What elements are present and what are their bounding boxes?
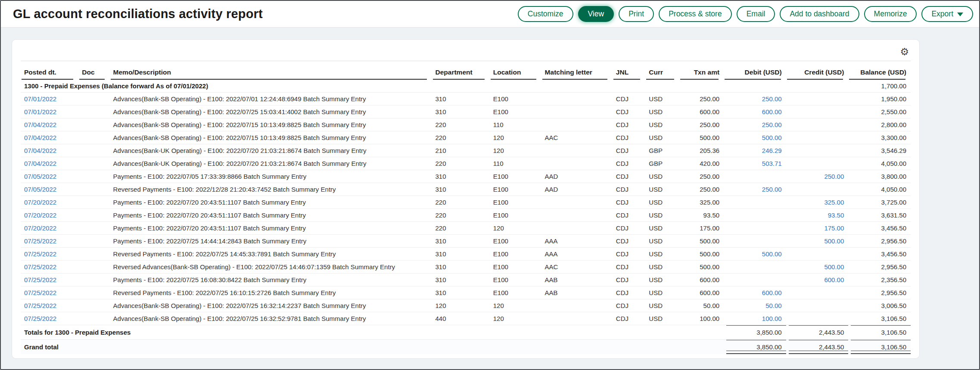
add-to-dashboard-button[interactable]: Add to dashboard <box>780 6 859 22</box>
report-table: Posted dt. Doc Memo/Description Departme… <box>21 63 911 354</box>
posted-date-link[interactable]: 07/04/2022 <box>21 118 78 131</box>
column-header-location: Location <box>490 63 541 80</box>
cell-balance: 3,456.50 <box>848 248 911 261</box>
cell-txn: 50.00 <box>679 299 724 312</box>
process-store-button[interactable]: Process & store <box>659 6 732 22</box>
toolbar: Customize View Print Process & store Ema… <box>518 6 973 22</box>
cell-location: 120 <box>490 144 541 157</box>
memorize-button[interactable]: Memorize <box>864 6 917 22</box>
cell-jnl: CDJ <box>613 209 645 222</box>
cell-curr: USD <box>645 248 679 261</box>
cell-memo: Advances(Bank-SB Operating) - E100: 2022… <box>110 299 432 312</box>
table-row: 07/25/2022Payments - E100: 2022/07/25 14… <box>21 235 911 248</box>
print-button[interactable]: Print <box>619 6 654 22</box>
posted-date-link[interactable]: 07/04/2022 <box>21 144 78 157</box>
cell-debit <box>724 209 786 222</box>
table-row: 07/04/2022Advances(Bank-SB Operating) - … <box>21 118 911 131</box>
table-header: Posted dt. Doc Memo/Description Departme… <box>21 63 911 80</box>
posted-date-link[interactable]: 07/01/2022 <box>21 106 78 118</box>
cell-doc <box>78 196 109 209</box>
debit-amount-link[interactable]: 600.00 <box>724 286 786 299</box>
cell-credit <box>786 157 849 170</box>
debit-amount-link[interactable]: 503.71 <box>724 157 786 170</box>
debit-amount-link[interactable]: 500.00 <box>724 131 786 144</box>
posted-date-link[interactable]: 07/25/2022 <box>21 261 78 274</box>
grand-total-credit: 2,443.50 <box>786 340 849 354</box>
posted-date-link[interactable]: 07/05/2022 <box>21 183 78 196</box>
cell-doc <box>78 312 109 325</box>
posted-date-link[interactable]: 07/20/2022 <box>21 222 78 235</box>
debit-amount-link[interactable]: 600.00 <box>724 106 786 118</box>
grand-total-row: Grand total 3,850.00 2,443.50 3,106.50 <box>21 340 911 354</box>
cell-memo: Advances(Bank-SB Operating) - E100: 2022… <box>110 131 432 144</box>
credit-amount-link[interactable]: 600.00 <box>786 274 849 286</box>
email-button[interactable]: Email <box>737 6 775 22</box>
cell-credit <box>786 286 849 299</box>
cell-credit <box>786 118 849 131</box>
posted-date-link[interactable]: 07/25/2022 <box>21 312 78 325</box>
cell-department: 310 <box>432 261 490 274</box>
cell-jnl: CDJ <box>613 183 645 196</box>
debit-amount-link[interactable]: 250.00 <box>724 118 786 131</box>
table-row: 07/25/2022Advances(Bank-SB Operating) - … <box>21 312 911 325</box>
credit-amount-link[interactable]: 93.50 <box>786 209 849 222</box>
posted-date-link[interactable]: 07/25/2022 <box>21 235 78 248</box>
credit-amount-link[interactable]: 250.00 <box>786 170 849 183</box>
credit-amount-link[interactable]: 500.00 <box>786 261 849 274</box>
debit-amount-link[interactable]: 250.00 <box>724 183 786 196</box>
caret-down-icon <box>957 12 963 16</box>
customize-button[interactable]: Customize <box>518 6 573 22</box>
posted-date-link[interactable]: 07/01/2022 <box>21 93 78 106</box>
column-header-posted-dt: Posted dt. <box>21 63 78 80</box>
posted-date-link[interactable]: 07/04/2022 <box>21 157 78 170</box>
cell-department: 310 <box>432 183 490 196</box>
posted-date-link[interactable]: 07/25/2022 <box>21 248 78 261</box>
credit-amount-link[interactable]: 500.00 <box>786 235 849 248</box>
table-row: 07/25/2022Advances(Bank-SB Operating) - … <box>21 299 911 312</box>
table-row: 07/25/2022Payments - E100: 2022/07/25 16… <box>21 274 911 286</box>
cell-memo: Advances(Bank-SB Operating) - E100: 2022… <box>110 106 432 118</box>
cell-memo: Advances(Bank-SB Operating) - E100: 2022… <box>110 93 432 106</box>
cell-matching: AAC <box>541 131 613 144</box>
posted-date-link[interactable]: 07/20/2022 <box>21 209 78 222</box>
page-title: GL account reconciliations activity repo… <box>13 7 263 21</box>
table-row: 07/01/2022Advances(Bank-SB Operating) - … <box>21 93 911 106</box>
cell-curr: USD <box>645 274 679 286</box>
export-button[interactable]: Export <box>921 6 973 22</box>
table-body: 1300 - Prepaid Expenses (Balance forward… <box>21 80 911 354</box>
settings-gear-icon[interactable]: ⚙ <box>900 47 909 57</box>
table-row: 07/04/2022Advances(Bank-SB Operating) - … <box>21 131 911 144</box>
cell-department: 310 <box>432 235 490 248</box>
cell-memo: Payments - E100: 2022/07/20 20:43:51:110… <box>110 209 432 222</box>
cell-curr: USD <box>645 312 679 325</box>
credit-amount-link[interactable]: 175.00 <box>786 222 849 235</box>
cell-curr: USD <box>645 235 679 248</box>
export-button-label: Export <box>931 9 953 19</box>
table-row: 07/05/2022Payments - E100: 2022/07/05 17… <box>21 170 911 183</box>
debit-amount-link[interactable]: 50.00 <box>724 299 786 312</box>
cell-memo: Payments - E100: 2022/07/05 17:33:39:886… <box>110 170 432 183</box>
posted-date-link[interactable]: 07/25/2022 <box>21 299 78 312</box>
cell-txn: 420.00 <box>679 157 724 170</box>
cell-matching <box>541 299 613 312</box>
posted-date-link[interactable]: 07/20/2022 <box>21 196 78 209</box>
credit-amount-link[interactable]: 325.00 <box>786 196 849 209</box>
cell-doc <box>78 106 109 118</box>
cell-curr: USD <box>645 183 679 196</box>
posted-date-link[interactable]: 07/04/2022 <box>21 131 78 144</box>
debit-amount-link[interactable]: 250.00 <box>724 93 786 106</box>
column-header-credit: Credit (USD) <box>786 63 849 80</box>
cell-matching <box>541 222 613 235</box>
cell-department: 310 <box>432 248 490 261</box>
cell-txn: 600.00 <box>679 106 724 118</box>
posted-date-link[interactable]: 07/25/2022 <box>21 286 78 299</box>
debit-amount-link[interactable]: 500.00 <box>724 248 786 261</box>
debit-amount-link[interactable]: 100.00 <box>724 312 786 325</box>
account-group-header-row: 1300 - Prepaid Expenses (Balance forward… <box>21 80 911 93</box>
cell-jnl: CDJ <box>613 286 645 299</box>
cell-doc <box>78 248 109 261</box>
posted-date-link[interactable]: 07/05/2022 <box>21 170 78 183</box>
view-button[interactable]: View <box>578 6 614 22</box>
posted-date-link[interactable]: 07/25/2022 <box>21 274 78 286</box>
debit-amount-link[interactable]: 246.29 <box>724 144 786 157</box>
